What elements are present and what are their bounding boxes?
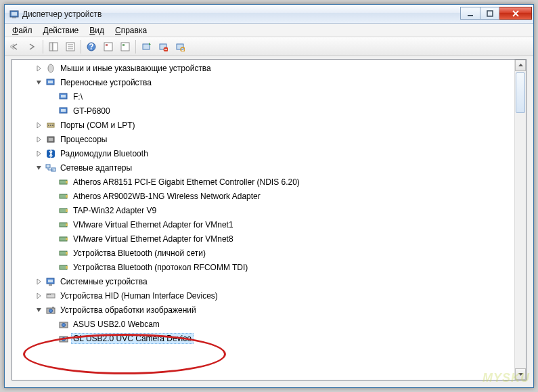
svg-rect-21 [177, 44, 183, 49]
svg-rect-60 [47, 295, 49, 295]
tree-node-drive-f[interactable]: F:\ [34, 89, 514, 104]
tree-node-vmnet1[interactable]: VMware Virtual Ethernet Adapter for VMne… [34, 217, 514, 232]
update-driver-button[interactable] [138, 39, 154, 54]
portable-device-icon [45, 77, 57, 88]
svg-rect-58 [49, 284, 52, 286]
menu-help[interactable]: Справка [110, 25, 152, 36]
bluetooth-icon [45, 148, 57, 159]
tree-label: GT-P6800 [71, 106, 112, 116]
app-icon [9, 9, 20, 20]
minimize-button[interactable] [460, 7, 480, 20]
collapse-arrow-icon[interactable] [34, 162, 45, 173]
scan-hardware-button[interactable] [172, 39, 188, 54]
svg-rect-16 [122, 44, 125, 46]
port-icon [45, 120, 57, 131]
tree-node-tap[interactable]: TAP-Win32 Adapter V9 [34, 203, 514, 217]
tree-label: Устройства Bluetooth (протокол RFCOMM TD… [71, 262, 250, 273]
menu-view[interactable]: Вид [85, 25, 109, 36]
tree-node-system[interactable]: Системные устройства [34, 274, 514, 288]
nic-icon [58, 234, 70, 244]
maximize-button[interactable] [480, 7, 499, 20]
computer-icon [45, 276, 57, 287]
svg-point-68 [62, 337, 66, 341]
tree-label: Системные устройства [58, 276, 150, 287]
hid-icon [45, 290, 57, 301]
tree-label: ASUS USB2.0 Webcam [71, 319, 162, 330]
svg-point-32 [48, 125, 49, 126]
nic-icon [58, 191, 70, 202]
tree-node-mice[interactable]: Мыши и иные указывающие устройства [34, 61, 514, 75]
nic-icon [58, 219, 70, 230]
tree-node-bt-rfcomm[interactable]: Устройства Bluetooth (протокол RFCOMM TD… [34, 260, 514, 274]
svg-rect-43 [66, 181, 68, 183]
vertical-scrollbar[interactable] [514, 60, 526, 380]
expand-arrow-icon[interactable] [34, 63, 45, 74]
tree-node-gt-p6800[interactable]: GT-P6800 [34, 104, 514, 118]
svg-rect-36 [49, 138, 53, 141]
help-button[interactable]: ? [83, 39, 99, 54]
svg-point-63 [49, 309, 53, 312]
camera-icon [58, 319, 70, 330]
uninstall-button[interactable] [155, 39, 171, 54]
svg-rect-38 [46, 165, 50, 168]
tree-node-asus-webcam[interactable]: ASUS USB2.0 Webcam [34, 317, 514, 331]
tree-node-processors[interactable]: Процессоры [34, 132, 514, 146]
svg-rect-57 [48, 280, 53, 282]
menu-file[interactable]: Файл [7, 25, 37, 36]
svg-rect-15 [121, 43, 129, 51]
tree-label: Сетевые адаптеры [58, 162, 134, 173]
collapse-arrow-icon[interactable] [34, 77, 45, 88]
tree-node-hid[interactable]: Устройства HID (Human Interface Devices) [34, 288, 514, 303]
collapse-arrow-icon[interactable] [34, 305, 45, 315]
window-title: Диспетчер устройств [22, 9, 460, 19]
tree-label: F:\ [71, 91, 85, 102]
expand-arrow-icon[interactable] [34, 120, 45, 131]
tree-node-bluetooth[interactable]: Радиомодули Bluetooth [34, 146, 514, 160]
tree-node-gl-camera[interactable]: GL USB2.0 UVC Camera Device [34, 331, 514, 345]
back-button[interactable] [7, 39, 24, 54]
toolbar-separator [135, 40, 136, 53]
device-tree[interactable]: Мыши и иные указывающие устройства Перен… [12, 60, 514, 380]
tree-node-imaging[interactable]: Устройства обработки изображений [34, 303, 514, 317]
content-frame: Мыши и иные указывающие устройства Перен… [12, 59, 526, 380]
camera-icon [58, 333, 70, 344]
tree-node-atheros-8151[interactable]: Atheros AR8151 PCI-E Gigabit Ethernet Co… [34, 175, 514, 189]
svg-rect-64 [52, 307, 54, 308]
svg-rect-49 [66, 223, 68, 226]
tree-node-portable[interactable]: Переносные устройства [34, 75, 514, 89]
tree-node-atheros-9002[interactable]: Atheros AR9002WB-1NG Wireless Network Ad… [34, 189, 514, 203]
menu-action[interactable]: Действие [39, 25, 84, 36]
svg-text:?: ? [89, 42, 93, 51]
toolbar: ? [5, 37, 533, 56]
toolbar-button[interactable] [100, 39, 116, 54]
svg-rect-30 [61, 109, 66, 112]
nic-icon [58, 177, 70, 188]
mouse-icon [45, 63, 57, 74]
close-button[interactable] [499, 7, 532, 20]
scroll-thumb[interactable] [516, 72, 525, 113]
properties-button[interactable] [62, 39, 79, 54]
svg-rect-28 [61, 95, 66, 97]
toolbar-button[interactable] [117, 39, 133, 54]
tree-label: Процессоры [58, 134, 110, 145]
forward-button[interactable] [24, 39, 41, 54]
svg-point-33 [50, 125, 51, 126]
svg-rect-3 [468, 15, 473, 16]
svg-rect-1 [12, 12, 17, 16]
expand-arrow-icon[interactable] [34, 134, 45, 145]
tree-label: Устройства Bluetooth (личной сети) [71, 248, 208, 259]
tree-node-network[interactable]: Сетевые адаптеры [34, 160, 514, 175]
svg-rect-17 [143, 44, 150, 49]
expand-arrow-icon[interactable] [34, 290, 45, 301]
expand-arrow-icon[interactable] [34, 148, 45, 159]
expand-arrow-icon[interactable] [34, 276, 45, 287]
svg-line-23 [184, 51, 185, 51]
tree-node-vmnet8[interactable]: VMware Virtual Ethernet Adapter for VMne… [34, 232, 514, 246]
tree-node-ports[interactable]: Порты (COM и LPT) [34, 118, 514, 132]
tree-node-bt-pan[interactable]: Устройства Bluetooth (личной сети) [34, 246, 514, 260]
titlebar[interactable]: Диспетчер устройств [5, 5, 533, 24]
tree-label: Atheros AR8151 PCI-E Gigabit Ethernet Co… [71, 177, 302, 188]
tree-label: Устройства обработки изображений [58, 305, 198, 315]
scroll-up-button[interactable] [515, 60, 526, 71]
show-hide-tree-button[interactable] [45, 39, 62, 54]
